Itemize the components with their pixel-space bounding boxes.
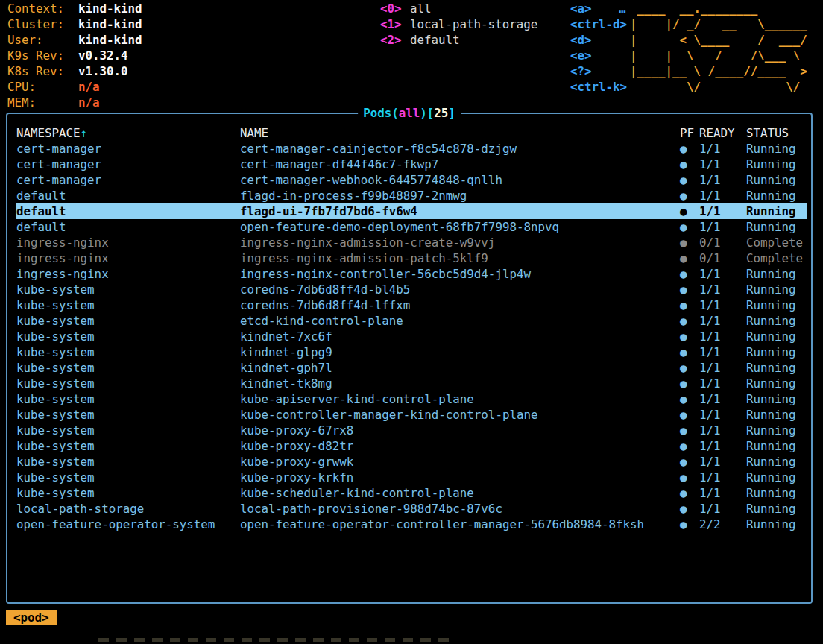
pod-name: open-feature-demo-deployment-68fb7f7998-… <box>240 219 678 235</box>
pod-status: Running <box>746 219 807 235</box>
pods-table-frame: Pods(all)[25] NAMESPACE↑ NAME PF READY S… <box>6 113 813 604</box>
pod-row[interactable]: kube-system kube-proxy-d82tr ● 1/1 Runni… <box>16 438 807 454</box>
pod-status: Running <box>746 266 807 282</box>
info-value: v0.32.4 <box>78 48 128 63</box>
pod-row[interactable]: kube-system kube-proxy-krkfn ● 1/1 Runni… <box>16 470 807 485</box>
pod-name: kindnet-7xc6f <box>240 329 678 344</box>
cluster-info-row: K9s Rev:v0.32.4 <box>7 48 142 63</box>
pf-bullet-icon: ● <box>678 438 699 454</box>
pod-status: Running <box>746 188 807 203</box>
pod-row[interactable]: kube-system kube-apiserver-kind-control-… <box>16 391 807 407</box>
hotkey-label: … <box>619 1 626 16</box>
pod-status: Running <box>746 423 807 438</box>
pod-row[interactable]: kube-system coredns-7db6d8ff4d-bl4b5 ● 1… <box>16 282 807 297</box>
pod-name: local-path-provisioner-988d74bc-87v6c <box>240 501 678 517</box>
pod-name: kindnet-tk8mg <box>240 376 678 391</box>
pod-ready: 1/1 <box>699 188 746 203</box>
action-hotkey[interactable]: <a>… <box>570 1 626 16</box>
pod-row[interactable]: cert-manager cert-manager-webhook-644577… <box>16 172 807 188</box>
pod-status: Running <box>746 391 807 407</box>
pod-ready: 1/1 <box>699 266 746 282</box>
hotkey-key: <1> <box>380 16 410 32</box>
pod-status: Complete <box>746 250 807 266</box>
pf-bullet-icon: ● <box>678 188 699 203</box>
pod-row[interactable]: kube-system kindnet-tk8mg ● 1/1 Running <box>16 376 807 391</box>
pod-name: ingress-nginx-admission-create-w9vvj <box>240 235 678 250</box>
pod-row[interactable]: kube-system kube-proxy-67rx8 ● 1/1 Runni… <box>16 423 807 438</box>
pod-status: Running <box>746 470 807 485</box>
pod-ready: 1/1 <box>699 360 746 376</box>
pod-row[interactable]: kube-system kindnet-7xc6f ● 1/1 Running <box>16 329 807 344</box>
pod-ready: 1/1 <box>699 391 746 407</box>
action-hotkey[interactable]: <ctrl-k> <box>570 79 626 95</box>
pod-ready: 0/1 <box>699 250 746 266</box>
pf-bullet-icon: ● <box>678 235 699 250</box>
pod-status: Running <box>746 329 807 344</box>
pod-name: kube-proxy-d82tr <box>240 438 678 454</box>
hotkey-label: default <box>410 33 460 47</box>
pod-row[interactable]: kube-system kindnet-gph7l ● 1/1 Running <box>16 360 807 376</box>
action-hotkey[interactable]: <?> <box>570 63 626 79</box>
pod-row[interactable]: default flagd-ui-7fb7fd7bd6-fv6w4 ● 1/1 … <box>16 203 807 219</box>
pod-ready: 1/1 <box>699 157 746 172</box>
pod-row[interactable]: local-path-storage local-path-provisione… <box>16 501 807 517</box>
clipped-bottom-line <box>98 638 455 642</box>
pod-ready: 2/2 <box>699 517 746 532</box>
pod-name: ingress-nginx-controller-56cbc5d9d4-jlp4… <box>240 266 678 282</box>
namespace-hotkey[interactable]: <0>all <box>380 1 537 16</box>
pod-row[interactable]: ingress-nginx ingress-nginx-controller-5… <box>16 266 807 282</box>
pod-status: Running <box>746 376 807 391</box>
hotkey-label: all <box>410 1 432 16</box>
pf-bullet-icon: ● <box>678 344 699 360</box>
pod-name: kube-proxy-krkfn <box>240 470 678 485</box>
action-hotkey[interactable]: <d> <box>570 32 626 48</box>
pod-row[interactable]: kube-system kindnet-glpg9 ● 1/1 Running <box>16 344 807 360</box>
pod-row[interactable]: kube-system kube-controller-manager-kind… <box>16 407 807 423</box>
breadcrumb-pod[interactable]: <pod> <box>6 610 57 625</box>
pod-namespace: kube-system <box>16 438 240 454</box>
pod-name: kindnet-glpg9 <box>240 344 678 360</box>
pf-bullet-icon: ● <box>678 157 699 172</box>
pf-bullet-icon: ● <box>678 470 699 485</box>
pod-name: etcd-kind-control-plane <box>240 313 678 329</box>
pod-row[interactable]: kube-system kube-proxy-grwwk ● 1/1 Runni… <box>16 454 807 470</box>
action-hotkeys: <a>…<ctrl-d><d><e><?><ctrl-k> <box>570 1 626 95</box>
logo-line: |____|__ \ /____//____ > <box>630 63 807 79</box>
pod-ready: 1/1 <box>699 470 746 485</box>
column-ready: READY <box>699 125 746 141</box>
namespace-hotkey[interactable]: <1>local-path-storage <box>380 16 537 32</box>
pf-bullet-icon: ● <box>678 391 699 407</box>
title-filter: all <box>399 106 420 120</box>
pod-row[interactable]: cert-manager cert-manager-df44f46c7-fkwp… <box>16 157 807 172</box>
pod-row[interactable]: open-feature-operator-system open-featur… <box>16 517 807 532</box>
pod-ready: 1/1 <box>699 485 746 501</box>
pod-ready: 1/1 <box>699 454 746 470</box>
pod-row[interactable]: ingress-nginx ingress-nginx-admission-cr… <box>16 235 807 250</box>
hotkey-key: <d> <box>570 32 619 48</box>
pod-row[interactable]: kube-system kube-scheduler-kind-control-… <box>16 485 807 501</box>
action-hotkey[interactable]: <e> <box>570 48 626 63</box>
pod-ready: 1/1 <box>699 141 746 157</box>
pf-bullet-icon: ● <box>678 423 699 438</box>
pod-namespace: kube-system <box>16 407 240 423</box>
pod-row[interactable]: kube-system coredns-7db6d8ff4d-lffxm ● 1… <box>16 297 807 313</box>
pf-bullet-icon: ● <box>678 297 699 313</box>
pod-name: cert-manager-cainjector-f8c54c878-dzjgw <box>240 141 678 157</box>
pf-bullet-icon: ● <box>678 501 699 517</box>
namespace-hotkey[interactable]: <2>default <box>380 32 537 48</box>
pod-status: Running <box>746 157 807 172</box>
pod-namespace: default <box>16 188 240 203</box>
cluster-info-row: Context:kind-kind <box>7 1 142 16</box>
pf-bullet-icon: ● <box>678 266 699 282</box>
namespace-hotkeys: <0>all<1>local-path-storage<2>default <box>380 1 537 48</box>
pod-row[interactable]: cert-manager cert-manager-cainjector-f8c… <box>16 141 807 157</box>
pod-status: Complete <box>746 235 807 250</box>
action-hotkey[interactable]: <ctrl-d> <box>570 16 626 32</box>
pod-row[interactable]: kube-system etcd-kind-control-plane ● 1/… <box>16 313 807 329</box>
pod-row[interactable]: ingress-nginx ingress-nginx-admission-pa… <box>16 250 807 266</box>
pod-namespace: kube-system <box>16 344 240 360</box>
pod-status: Running <box>746 313 807 329</box>
pod-row[interactable]: default open-feature-demo-deployment-68f… <box>16 219 807 235</box>
cluster-info-row: User:kind-kind <box>7 32 142 48</box>
pod-row[interactable]: default flagd-in-process-f99b48897-2nmwg… <box>16 188 807 203</box>
